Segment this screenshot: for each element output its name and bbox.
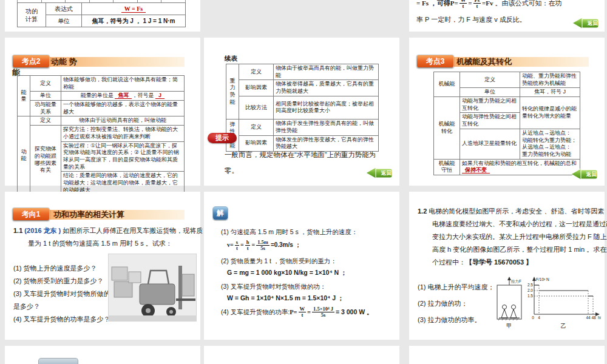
question-3: (3) 拉力做功的功率。 [418,315,481,325]
group-label: 机械能 守恒 [434,159,460,175]
table-cell: 如果只有动能和势能的相互转化，机械能的总和 保持不变 [460,159,580,175]
x-tick-44: 44 [586,315,591,320]
problem-number: 1.1 [13,227,22,234]
slide-power-note[interactable]: = Fs ，可得P=Wt=Fst=Fv 。由该公式可知：在功 率 P 一定时，力… [409,0,605,32]
section-title-bar: 机械能及其转化 [435,57,589,67]
solution-step-4: (4) 叉车提升货物的功率:P=Wt=1.5×10⁴ J5s= 3 000 W … [221,306,396,318]
fraction: 1.5×10⁴ J5s [312,306,334,318]
solution-body: (1) 匀速提高 1.5 m 用时 5 s ，货物上升的速度： v=st=ht=… [221,226,396,318]
slide-continued-table[interactable]: 续表 重力势能 定义 物体由于被举高而具有的能，叫做重力势能 影响因素 物体被举… [204,38,399,186]
table-cell: 焦耳，符号为 J ， 1 J = 1 N·m [82,15,186,27]
fraction: Wt [459,0,467,10]
slide-kaodian3-mechanical-energy[interactable]: 机械能及其转化 考点3 机械能 定义 动能、重力势能和弹性势能统称为机械能 单位… [409,38,605,186]
y-tick-1-5: 1.5 [527,294,533,298]
x-tick-0: 0 [532,315,534,320]
group-label: 重力势能 [226,64,239,120]
table-cell: 物体被举得越高，质量越大，它具有的重力势能就越大 [274,80,379,96]
tip-badge: 提示 [208,133,237,143]
problem-stem: 1.2 电梯的简化模型如图甲所示，考虑安全 、舒适、省时等因素，电梯速度要经过增… [418,205,607,269]
slide-kaoxiang1-forklift-problem[interactable]: 功和功率的相关计算 考向1 1.1 (2016 龙东 ) 如图所示工人师傅正在用… [5,192,200,340]
row-label: 动能与弹性势能之间相互转化 [460,113,520,129]
answer-blank: 保持不变 [462,167,490,174]
y-axis-label: F/10³ N [536,277,549,281]
fraction: 1.5m5s [256,240,270,252]
table-cell: 探究方法：控制变量法、转换法，物体动能的大小通过观察木块被推动的距离来判断 [61,126,185,141]
x-tick-4: 4 [538,315,540,320]
power-formula-line: = Fs ，可得P=Wt=Fst=Fv 。由该公式可知：在功 [416,0,599,10]
back-button[interactable]: 返回 [571,167,599,181]
row-label: 单位 [30,92,61,101]
slide-work-calculation[interactable]: 功的 计算 表达式 W = Fs 单位 焦耳，符号为 J ， 1 J = 1 N… [5,0,200,32]
slide-partial-next-3[interactable] [409,346,605,364]
question-3: (3) 叉车提升货物时对货物所做的功是多少？ [13,288,118,313]
formula-text: =Fv [482,0,493,7]
row-label: 动能与重力势能之间相互转化 [460,97,520,113]
table-cell: 一个物体能够做的功越多，表示这个物体的能量越大 [61,101,185,116]
problem-number: 1.2 [418,207,427,215]
slide-partial-next-2[interactable] [204,346,399,364]
solution-step-2: (2) 货物质量为 1 t ，货物所受到的重力： [221,255,396,268]
mechanical-energy-table: 机械能 定义 动能、重力势能和弹性势能统称为机械能 单位 焦耳，符号 J 机械能… [433,72,580,175]
work-formula: W = Gh = 1×10⁴ N×1.5 m = 1.5×10⁴ J ； [227,294,396,303]
elevator-diagram: 拉力F 甲 [493,277,526,330]
table-cell: 相同质量时比较被举起的高度；被举起相同高度时比较质量大小 [274,96,379,119]
table-cell: 从近地点→远地点： 动能转化为重力势能； 从远地点→近地点： 重力势能转化为动能 [520,129,580,159]
force-label: 拉力F [511,279,521,283]
tip-text: 一般而言，规定物体在“水平地面”上的重力势能为零。 [225,147,386,178]
fraction: Wt [299,306,307,318]
row-label: 表达式 [46,3,82,15]
forklift-photo [108,254,197,322]
question-1: (1) 电梯上升的平均速度； [418,283,495,292]
formula-text: = Fs ，可得 [416,0,450,7]
row-label: 单位 [460,88,520,97]
question-2: (2) 拉力做的功； [418,299,468,308]
table-cell: W = Fs [82,3,186,15]
equals-sign: = [251,241,255,248]
y-tick-2-0: 2.0 [527,288,533,292]
back-button[interactable]: 返回 [572,16,600,30]
table-cell: 转化的规律是减小的能量转化为增大的能量 [520,97,580,129]
table-cell: 物体由于被举高而具有的能，叫做重力势能 [274,64,379,80]
group-label: 功的 计算 [18,3,46,27]
badge-top-edge [38,358,78,364]
formula-result: = 3 000 W 。 [336,308,373,315]
row-label: 比较方法 [239,96,274,119]
kaodian2-badge: 考点2 [12,55,50,68]
formula-text: P= [450,0,458,7]
force-height-graph: F/10³ N 2.5 2.0 1.5 0 4 44 48 h/m 乙 [526,275,601,330]
formula-result: =0.3m/s ； [271,241,301,248]
work-calc-table: 功的 计算 表达式 W = Fs 单位 焦耳，符号为 J ， 1 J = 1 N… [17,2,186,27]
table-cell: 动能、重力势能和弹性势能统称为机械能 [520,72,580,88]
equals-sign: = [468,0,472,7]
back-button[interactable]: 返回 [365,166,393,180]
table-cell: 焦耳，符号 J [520,88,580,97]
group-label: 机械能 转化 [434,97,460,160]
group-label: 动能 [18,116,30,195]
fraction: st [235,240,239,252]
group-label: 机械能 [434,72,460,97]
section-title-bar: 功和功率的相关计算 [30,210,185,220]
table-cell: 物体能够做功，我们就说这个物体具有能量；简称能 [61,76,185,92]
slide-kaodian2-kinetic-potential[interactable]: 动能 势 考点2 能 能量 定义 物体能够做功，我们就说这个物体具有能量；简称能… [5,38,200,186]
table-cell: 物体由于发生弹性形变而具有的能，叫做弹性势能 [274,120,379,135]
slide-elevator-problem[interactable]: 1.2 电梯的简化模型如图甲所示，考虑安全 、舒适、省时等因素，电梯速度要经过增… [409,192,605,340]
table-cell: 物体由于运动而具有的能，叫做动能 [61,116,185,126]
row-label: 定义 [30,116,61,126]
solution-badge: 解 [212,206,228,220]
document-canvas: 功的 计算 表达式 W = Fs 单位 焦耳，符号为 J ， 1 J = 1 N… [0,0,607,364]
solution-step-3: (3) 叉车提升货物时对货物所做的功： [221,280,396,293]
row-label: 功与能量关系 [30,101,61,116]
slide-partial-next-1[interactable] [5,346,200,364]
equals-sign: = [240,241,244,248]
row-label: 定义 [239,120,274,135]
answer-blank: J [155,92,164,99]
row-label: 定义 [239,64,274,80]
group-label: 能量 [18,76,30,116]
body-text-line: 率 P 一定时，力 F 与速度 v 成反比。 [416,15,599,24]
energy-table: 能量 定义 物体能够做功，我们就说这个物体具有能量；简称能 单位 能量的单位是 … [17,75,185,195]
table-cell: 实验过程：①让同一钢球从不同的高度滚下，探究物体动能与其速度的关系；② 让质量不… [61,141,185,172]
slide-solution[interactable]: 解 (1) 匀速提高 1.5 m 用时 5 s ，货物上升的速度： v=st=h… [204,192,399,340]
back-label: 返回 [588,19,598,27]
back-label: 返回 [586,170,597,178]
answer-blank: 焦耳 [115,92,132,99]
